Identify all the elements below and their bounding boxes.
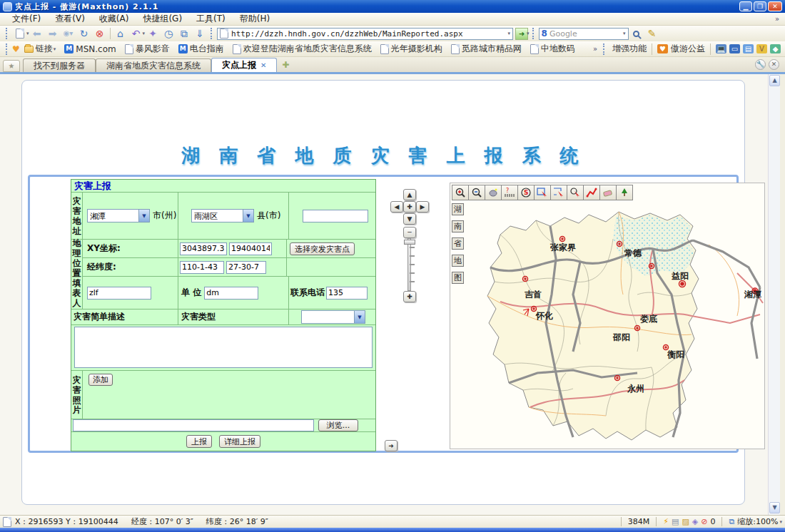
proxy-printer-icon[interactable]: ▤ bbox=[672, 517, 679, 526]
window-zoom-icon[interactable]: ⧉ bbox=[729, 517, 734, 526]
bookmark-links-folder[interactable]: 链接 ▾ bbox=[20, 43, 61, 55]
menu-favorites[interactable]: 收藏(A) bbox=[93, 12, 136, 26]
unit-input[interactable] bbox=[204, 287, 258, 300]
search-input[interactable]: Google bbox=[550, 29, 622, 39]
hunan-map-canvas[interactable]: 张家界 常德 益阳 吉首 怀化 娄底 湘潭 邵阳 衡阳 永州 bbox=[466, 202, 764, 449]
zoom-in-step-button[interactable]: ✚ bbox=[403, 291, 416, 302]
link-window-icon[interactable]: ⧉ bbox=[176, 27, 192, 40]
reporter-name-input[interactable] bbox=[87, 287, 151, 300]
zoom-out-step-button[interactable]: ─ bbox=[403, 227, 416, 238]
collapse-panel-arrow-button[interactable]: ➜ bbox=[385, 440, 397, 451]
history-dropdown-icon[interactable]: ◉▾ bbox=[61, 27, 76, 40]
home-icon[interactable]: ⌂ bbox=[113, 27, 128, 40]
bookmark-zhongdi-digital[interactable]: 中地数码 bbox=[526, 43, 579, 55]
county-select[interactable]: 雨湖区 ▼ bbox=[191, 209, 254, 222]
longitude-input[interactable] bbox=[180, 261, 224, 274]
wrench-settings-icon[interactable]: 🔧 bbox=[755, 59, 766, 70]
favorites-heart-icon[interactable]: ♥ bbox=[12, 44, 20, 54]
address-dropdown-icon[interactable]: ▾ bbox=[508, 31, 511, 36]
extra-features-link[interactable]: 增强功能 bbox=[612, 43, 647, 55]
folder-status-icon[interactable]: ▨ bbox=[682, 517, 689, 526]
bookmark-msn[interactable]: M MSN.com bbox=[60, 44, 120, 54]
proxy-icon[interactable]: 💻 bbox=[716, 44, 726, 53]
submit-button[interactable]: 上报 bbox=[186, 435, 212, 448]
city-select[interactable]: 湘潭 ▼ bbox=[87, 209, 150, 222]
pick-disaster-point-button[interactable]: 选择突发灾害点 bbox=[290, 242, 355, 255]
x-coordinate-input[interactable] bbox=[180, 242, 227, 255]
file-path-input[interactable] bbox=[73, 419, 314, 431]
map-zoom-in-icon[interactable] bbox=[452, 185, 469, 200]
bookmark-hunan-geo-system[interactable]: 欢迎登陆湖南省地质灾害信息系统 bbox=[228, 43, 376, 55]
tab-disaster-report-active[interactable]: 灾点上报 ✕ bbox=[211, 58, 277, 72]
address-detail-input[interactable] bbox=[303, 210, 368, 222]
forward-icon[interactable]: ➡ bbox=[45, 27, 61, 40]
menu-file[interactable]: 文件(F) bbox=[6, 12, 47, 26]
scroll-down-icon[interactable]: ▼ bbox=[769, 502, 780, 513]
map-select-rect-icon[interactable] bbox=[534, 185, 551, 200]
map-full-extent-icon[interactable] bbox=[616, 185, 633, 200]
refresh-icon[interactable]: ↻ bbox=[76, 27, 92, 40]
map-draw-line-icon[interactable] bbox=[583, 185, 600, 200]
layer-button-tu[interactable]: 图 bbox=[452, 272, 464, 284]
address-bar[interactable]: http://dzzh.hndh.gov.cn/dzzhWeb/MainRepo… bbox=[217, 28, 513, 40]
download-icon[interactable]: ⇓ bbox=[192, 27, 208, 40]
pan-center-button[interactable]: ✚ bbox=[403, 201, 416, 213]
history-clock-icon[interactable]: ◷ bbox=[161, 27, 176, 40]
add-photo-button[interactable]: 添加 bbox=[88, 374, 113, 386]
browse-button[interactable]: 浏览... bbox=[318, 419, 358, 431]
menu-help[interactable]: 帮助(H) bbox=[233, 12, 276, 26]
map-scale-icon[interactable]: S bbox=[517, 185, 535, 200]
charity-link[interactable]: 傲游公益 bbox=[671, 43, 705, 55]
menu-groups[interactable]: 快捷组(G) bbox=[136, 12, 188, 26]
bookmark-baofeng[interactable]: 暴风影音 bbox=[121, 43, 174, 55]
description-textarea[interactable] bbox=[74, 327, 373, 368]
zoom-dropdown-icon[interactable]: ▾ bbox=[779, 519, 782, 525]
bookmark-overflow-icon[interactable]: » bbox=[593, 45, 597, 53]
phone-input[interactable] bbox=[326, 287, 368, 300]
ad-blocker-icon[interactable]: ⊘ bbox=[701, 517, 707, 526]
minimize-button[interactable]: ▁ bbox=[739, 1, 752, 11]
layer-button-hu[interactable]: 湖 bbox=[452, 203, 464, 215]
restore-button[interactable]: ❐ bbox=[754, 1, 766, 11]
pan-right-button[interactable]: ▶ bbox=[416, 201, 429, 213]
close-tabs-icon[interactable]: ✕ bbox=[769, 59, 779, 70]
bookmark-city-boutique[interactable]: 觅路城市精品网 bbox=[447, 43, 526, 55]
chevron-down-icon[interactable]: ▼ bbox=[138, 210, 149, 222]
new-tab-plus-icon[interactable]: ✚ bbox=[280, 60, 291, 71]
layer-button-nan[interactable]: 南 bbox=[452, 220, 464, 232]
menu-view[interactable]: 查看(V) bbox=[49, 12, 91, 26]
y-coordinate-input[interactable] bbox=[229, 242, 272, 255]
tab-list-star-icon[interactable]: ★ bbox=[3, 60, 20, 72]
window-mode-icon[interactable]: ▭ bbox=[729, 44, 740, 53]
search-box[interactable]: 8 Google ▾ bbox=[539, 28, 629, 40]
layer-button-di[interactable]: 地 bbox=[452, 255, 464, 267]
pan-left-button[interactable]: ◀ bbox=[390, 201, 403, 213]
eraser-status-icon[interactable]: ◈ bbox=[692, 517, 698, 526]
map-select-circle-icon[interactable] bbox=[567, 185, 584, 200]
tab-server-not-found[interactable]: 找不到服务器 bbox=[23, 58, 96, 72]
new-tab-icon[interactable] bbox=[12, 27, 28, 40]
boost-lightning-icon[interactable]: ⚡ bbox=[663, 517, 669, 526]
bookmark-radio-guide[interactable]: M 电台指南 bbox=[174, 43, 228, 55]
close-button[interactable]: ✕ bbox=[768, 1, 782, 11]
bookmark-photo-agency[interactable]: 光年摄影机构 bbox=[376, 43, 447, 55]
map-zoom-out-icon[interactable] bbox=[468, 185, 485, 200]
search-engine-dropdown-icon[interactable]: ▾ bbox=[623, 31, 626, 36]
notes-icon[interactable]: ▤ bbox=[743, 44, 754, 53]
stop-icon[interactable]: ⊗ bbox=[92, 27, 108, 40]
zoom-slider-thumb[interactable] bbox=[404, 240, 415, 245]
pan-down-button[interactable]: ▼ bbox=[403, 213, 416, 225]
menu-tools[interactable]: 工具(T) bbox=[190, 12, 232, 26]
detail-submit-button[interactable]: 详细上报 bbox=[219, 435, 260, 448]
tab-close-icon[interactable]: ✕ bbox=[260, 61, 266, 69]
page-scrollbar[interactable]: ▲ ▼ bbox=[768, 74, 780, 515]
search-magnifier-icon[interactable] bbox=[629, 27, 644, 40]
highlight-pen-icon[interactable]: ✎ bbox=[644, 27, 660, 40]
back-icon[interactable]: ⬅ bbox=[29, 27, 45, 40]
map-pan-icon[interactable] bbox=[485, 185, 502, 200]
chevron-down-icon[interactable]: ▼ bbox=[243, 210, 253, 222]
tab-hunan-geo-info[interactable]: 湖南省地质灾害信息系统 bbox=[96, 58, 211, 72]
undo-icon[interactable]: ↶ bbox=[128, 27, 144, 40]
scroll-up-icon[interactable]: ▲ bbox=[769, 75, 780, 86]
go-dropdown-icon[interactable]: ▾ bbox=[527, 31, 530, 36]
